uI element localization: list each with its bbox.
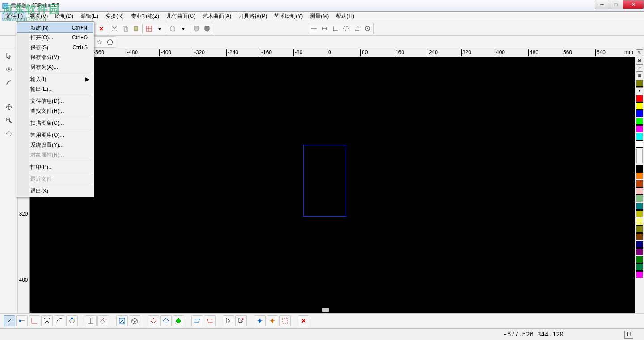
bt-skew2-icon[interactable]	[204, 315, 216, 326]
bt-cancel-icon[interactable]: ✕	[298, 315, 309, 326]
bt-spark2-icon[interactable]	[267, 315, 278, 326]
swatch-pink[interactable]	[636, 187, 643, 195]
dd-saveas[interactable]: 另存为(A)...	[17, 62, 93, 72]
bt-cursor1-icon[interactable]	[223, 315, 234, 326]
bt-diamond2-icon[interactable]	[160, 315, 172, 326]
dd-exit[interactable]: 退出(X)	[17, 186, 93, 196]
delete-icon[interactable]: ✕	[96, 24, 107, 34]
dd-fileinfo[interactable]: 文件信息(D)...	[17, 96, 93, 106]
bt-arc-icon[interactable]	[54, 315, 65, 326]
close-button[interactable]: ✕	[623, 0, 644, 9]
menu-geom[interactable]: 几何曲面(G)	[163, 12, 199, 21]
menu-toolpath[interactable]: 刀具路径(P)	[235, 12, 271, 21]
swatch-green[interactable]	[636, 118, 643, 125]
dd-new[interactable]: 新建(N)Ctrl+N	[17, 23, 93, 33]
bt-node-icon[interactable]	[16, 315, 28, 326]
palette-x-icon[interactable]: ⊠	[636, 57, 643, 64]
swatch-black[interactable]	[636, 165, 643, 172]
bt-circlehandle-icon[interactable]	[66, 315, 78, 326]
shield1-icon[interactable]	[191, 24, 202, 34]
dd-open[interactable]: 打开(O)...Ctrl+O	[17, 33, 93, 42]
snap-cross-icon[interactable]	[309, 24, 319, 34]
swatch-palegreen[interactable]	[636, 195, 643, 202]
shield2-icon[interactable]	[202, 24, 212, 34]
menu-draw[interactable]: 绘制(D)	[51, 12, 77, 21]
swatch-magenta2[interactable]	[636, 271, 643, 278]
tool-brush-icon[interactable]	[3, 77, 15, 89]
grid-icon[interactable]	[144, 24, 154, 34]
dd-scan[interactable]: 扫描图象(C)...	[17, 118, 93, 128]
tool-rotate-icon[interactable]	[3, 128, 15, 140]
tool-move-icon[interactable]	[3, 101, 15, 113]
swatch-yellow[interactable]	[636, 102, 643, 110]
drawn-rectangle[interactable]	[303, 145, 346, 217]
menu-artdraw[interactable]: 艺术绘制(Y)	[271, 12, 306, 21]
swatch-blue[interactable]	[636, 110, 643, 117]
swatch-seagreen[interactable]	[636, 264, 643, 271]
dd-findfile[interactable]: 查找文件(H)...	[17, 106, 93, 116]
tool-eye-icon[interactable]	[3, 64, 15, 75]
bt-cross-icon[interactable]	[41, 315, 53, 326]
palette-pencil-icon[interactable]: ✎	[636, 49, 643, 56]
snap-end-icon[interactable]	[319, 24, 330, 34]
bt-selbox-icon[interactable]	[279, 315, 291, 326]
bt-3d-icon[interactable]	[129, 315, 140, 326]
menu-transform[interactable]: 变换(R)	[102, 12, 127, 21]
bt-tangent-icon[interactable]	[97, 315, 109, 326]
menu-help[interactable]: 帮助(H)	[332, 12, 358, 21]
swatch-white[interactable]	[636, 140, 643, 148]
palette-dropdown-icon[interactable]: ▾	[636, 87, 643, 94]
h-scroll-thumb[interactable]	[322, 308, 329, 312]
grid-dropdown-icon[interactable]: ▾	[154, 24, 165, 34]
swatch-darkolive[interactable]	[636, 225, 643, 233]
dd-syssettings[interactable]: 系统设置(Y)...	[17, 140, 93, 150]
palette-picker-icon[interactable]: ↗	[636, 64, 643, 72]
snap-angle-icon[interactable]	[352, 24, 362, 34]
dd-lib[interactable]: 常用图库(Q)...	[17, 130, 93, 140]
swatch-teal[interactable]	[636, 203, 643, 210]
minimize-button[interactable]: ─	[595, 0, 609, 9]
bt-diamond1-icon[interactable]	[148, 315, 159, 326]
menu-file[interactable]: 文件(F)	[2, 12, 26, 21]
dd-output[interactable]: 输出(E)...	[17, 84, 93, 94]
swatch-cyan[interactable]	[636, 133, 643, 140]
bt-diamond3-icon[interactable]	[173, 315, 184, 326]
canvas[interactable]	[30, 57, 635, 313]
maximize-button[interactable]: □	[609, 0, 623, 9]
status-u-button[interactable]: U	[624, 331, 633, 339]
copy-icon[interactable]	[120, 24, 131, 34]
bt-corner-icon[interactable]	[29, 315, 40, 326]
palette-hatch-icon[interactable]: ▦	[636, 72, 643, 79]
star-tool-icon[interactable]: ☆	[94, 37, 105, 47]
swatch-darkbrown[interactable]	[636, 233, 643, 240]
swatch-navy[interactable]	[636, 241, 643, 248]
bt-spark1-icon[interactable]	[254, 315, 266, 326]
snap-circle-icon[interactable]	[362, 24, 373, 34]
cut-icon[interactable]	[109, 24, 120, 34]
menu-measure[interactable]: 测量(M)	[306, 12, 332, 21]
snap-rect-icon[interactable]	[341, 24, 352, 34]
tool-select-icon[interactable]	[3, 50, 15, 62]
bt-intersect-icon[interactable]	[116, 315, 128, 326]
swatch-olive2[interactable]	[636, 210, 643, 217]
swatch-orange[interactable]	[636, 172, 643, 179]
swatch-lightyellow[interactable]	[636, 218, 643, 225]
bt-cursor2-icon[interactable]	[235, 315, 247, 326]
menu-edit[interactable]: 编辑(E)	[77, 12, 102, 21]
swatch-red[interactable]	[636, 95, 643, 102]
paste-icon[interactable]	[131, 24, 141, 34]
swatch-brown[interactable]	[636, 180, 643, 187]
dd-print[interactable]: 打印(P)...	[17, 162, 93, 172]
bt-perp-icon[interactable]	[85, 315, 97, 326]
bt-line-icon[interactable]	[4, 315, 15, 326]
dd-input[interactable]: 输入(I)▶	[17, 74, 93, 84]
swatch-olive[interactable]	[636, 80, 643, 87]
palette-slider[interactable]	[636, 149, 643, 163]
swatch-purple[interactable]	[636, 248, 643, 255]
menu-pro[interactable]: 专业功能(Z)	[127, 12, 163, 21]
menu-artface[interactable]: 艺术曲面(A)	[199, 12, 235, 21]
swatch-magenta[interactable]	[636, 125, 643, 132]
dd-save[interactable]: 保存(S)Ctrl+S	[17, 42, 93, 52]
tool-zoom-icon[interactable]	[3, 115, 15, 126]
snap-corner-icon[interactable]	[330, 24, 341, 34]
